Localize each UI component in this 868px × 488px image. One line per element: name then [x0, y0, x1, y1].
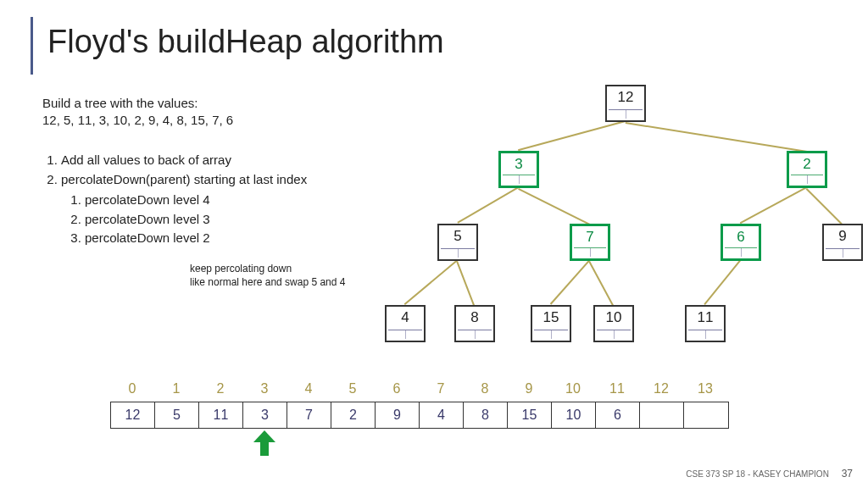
- tree-node-value: 7: [572, 226, 608, 248]
- subtitle-line1: Build a tree with the values:: [42, 95, 233, 112]
- tree-edge: [457, 261, 475, 306]
- tree-node-value: 15: [532, 307, 570, 329]
- subtitle: Build a tree with the values: 12, 5, 11,…: [42, 95, 233, 130]
- tree-node-value: 4: [387, 307, 424, 329]
- array-cell: 4: [420, 402, 464, 428]
- tree-edge: [457, 187, 519, 224]
- tree-node-n10: 15: [531, 305, 571, 342]
- tree-node-n9: 8: [454, 305, 495, 342]
- tree-node-n6: 6: [721, 224, 761, 261]
- array-cell: 11: [199, 402, 243, 428]
- tree-node-n1: 12: [605, 85, 646, 122]
- array-index: 7: [419, 381, 463, 396]
- tree-node-n3: 2: [787, 151, 827, 188]
- tree-node-n2: 3: [498, 151, 539, 188]
- tree-edge: [806, 188, 843, 225]
- array-index-row: 012345678910111213: [110, 381, 727, 396]
- tree-node-value: 5: [439, 225, 476, 247]
- page-number: 37: [842, 468, 853, 480]
- array-index: 8: [463, 381, 507, 396]
- tree-node-value: 3: [501, 153, 537, 175]
- tree-node-n7: 9: [822, 224, 863, 261]
- tree-node-value: 11: [687, 307, 724, 329]
- tree-node-n8: 4: [385, 305, 426, 342]
- tree-edge: [740, 187, 807, 224]
- step-2-2: percolateDown level 3: [85, 210, 307, 230]
- tree-edge: [704, 260, 741, 305]
- tree-edge: [589, 261, 614, 306]
- note-line2: like normal here and swap 5 and 4: [190, 276, 345, 290]
- array-index: 9: [507, 381, 551, 396]
- step-2: percolateDown(parent) starting at last i…: [61, 170, 307, 248]
- array-index: 3: [242, 381, 287, 396]
- array-cell: 3: [243, 402, 287, 428]
- array-index: 4: [287, 381, 331, 396]
- array-cell: [640, 402, 684, 428]
- steps-list: Add all values to back of array percolat…: [42, 151, 307, 248]
- array-cell: 7: [287, 402, 331, 428]
- annotation-note: keep percolating down like normal here a…: [190, 263, 345, 289]
- tree-edge: [550, 260, 590, 305]
- array-index: 13: [683, 381, 727, 396]
- array-cell: [684, 402, 728, 428]
- array-index: 2: [198, 381, 242, 396]
- tree-node-value: 9: [824, 225, 861, 247]
- tree-node-value: 8: [456, 307, 493, 329]
- tree-node-value: 10: [595, 307, 632, 329]
- array-cell: 6: [596, 402, 640, 428]
- array-cell: 12: [111, 402, 155, 428]
- tree-node-value: 2: [789, 153, 825, 175]
- array-index: 12: [639, 381, 683, 396]
- tree-node-n12: 11: [685, 305, 726, 342]
- subtitle-line2: 12, 5, 11, 3, 10, 2, 9, 4, 8, 15, 7, 6: [42, 112, 233, 129]
- current-index-arrow-icon: [253, 430, 275, 456]
- array-index: 5: [331, 381, 375, 396]
- array-index: 0: [110, 381, 154, 396]
- array-cell: 10: [552, 402, 596, 428]
- tree-edge: [404, 260, 458, 305]
- slide-footer: CSE 373 SP 18 - KASEY CHAMPION 37: [686, 468, 853, 480]
- tree-node-n5: 7: [570, 224, 610, 261]
- slide-title: Floyd's buildHeap algorithm: [47, 24, 444, 60]
- array-index: 6: [375, 381, 419, 396]
- array-cell: 2: [331, 402, 376, 428]
- tree-node-n4: 5: [437, 224, 478, 261]
- array-index: 10: [551, 381, 595, 396]
- array-cell: 8: [464, 402, 508, 428]
- tree-node-value: 12: [607, 86, 644, 108]
- array-index: 1: [154, 381, 198, 396]
- step-2-3: percolateDown level 2: [85, 229, 307, 248]
- tree-edge: [626, 122, 807, 152]
- tree-edge: [519, 121, 626, 151]
- array-cell: 5: [155, 402, 199, 428]
- step-2-text: percolateDown(parent) starting at last i…: [61, 172, 307, 186]
- step-2-1: percolateDown level 4: [85, 191, 307, 210]
- tree-node-value: 6: [723, 226, 759, 248]
- footer-text: CSE 373 SP 18 - KASEY CHAMPION: [686, 469, 829, 479]
- array-index: 11: [595, 381, 639, 396]
- tree-node-n11: 10: [593, 305, 634, 342]
- array-values-row: 1251137294815106: [110, 402, 729, 429]
- step-1: Add all values to back of array: [61, 151, 307, 170]
- tree-edge: [518, 188, 590, 225]
- array-cell: 9: [376, 402, 420, 428]
- array-cell: 15: [508, 402, 552, 428]
- note-line1: keep percolating down: [190, 263, 345, 276]
- accent-bar: [31, 17, 33, 75]
